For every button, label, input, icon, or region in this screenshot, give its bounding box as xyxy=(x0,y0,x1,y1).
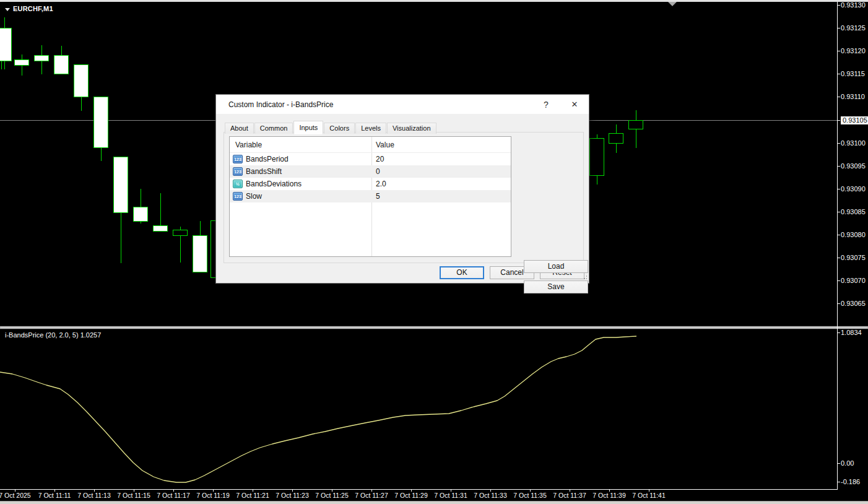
axis-tick xyxy=(838,28,840,28)
header-variable: Variable xyxy=(235,141,262,149)
axis-tick xyxy=(838,5,840,6)
ok-button[interactable]: OK xyxy=(440,266,484,279)
tab-levels[interactable]: Levels xyxy=(355,123,386,134)
candlestick xyxy=(15,60,29,66)
param-value[interactable]: 0 xyxy=(376,167,380,176)
param-value[interactable]: 20 xyxy=(376,155,384,163)
subwindow-separator[interactable] xyxy=(0,326,868,329)
candlestick xyxy=(134,207,148,222)
time-axis-label[interactable]: 7 Oct 11:33 xyxy=(474,492,507,499)
help-button[interactable]: ? xyxy=(538,98,554,111)
tab-visualization[interactable]: Visualization xyxy=(387,123,436,134)
table-header-row: Variable Value xyxy=(230,137,511,153)
time-axis-label[interactable]: 7 Oct 11:41 xyxy=(632,492,666,499)
dialog-title: Custom Indicator - i-BandsPrice xyxy=(228,100,333,109)
candlestick xyxy=(94,97,108,148)
axis-tick xyxy=(838,235,840,235)
time-axis-label[interactable]: 7 Oct 11:29 xyxy=(394,492,428,499)
indicator-axis-label: 0.00 xyxy=(841,459,854,467)
price-axis-label: 0.93080 xyxy=(841,231,866,239)
window-top-edge xyxy=(0,0,868,2)
candlestick xyxy=(35,56,49,61)
axis-tick xyxy=(838,463,840,464)
time-axis-label[interactable]: 7 Oct 11:13 xyxy=(77,492,111,499)
inputs-tab-page: Variable Value 123BandsPeriod20123BandsS… xyxy=(224,132,584,263)
tab-colors[interactable]: Colors xyxy=(324,123,355,134)
param-name: BandsPeriod xyxy=(246,155,289,163)
load-button[interactable]: Load xyxy=(524,260,588,273)
time-axis-label[interactable]: 7 Oct 11:37 xyxy=(553,492,586,499)
chart-shift-marker-icon[interactable] xyxy=(668,2,677,6)
param-value[interactable]: 2.0 xyxy=(376,180,386,188)
candlestick xyxy=(0,28,12,61)
candlestick xyxy=(114,157,128,213)
time-axis-label[interactable]: 7 Oct 2025 xyxy=(0,492,31,499)
int-type-icon: 123 xyxy=(233,192,243,201)
axis-tick xyxy=(838,120,840,121)
candlestick xyxy=(74,65,89,97)
time-axis-label[interactable]: 7 Oct 11:19 xyxy=(196,492,230,499)
param-row-bandsdeviations[interactable]: ½BandsDeviations2.0 xyxy=(230,178,511,190)
time-axis-label[interactable]: 7 Oct 11:39 xyxy=(592,492,626,499)
axis-tick xyxy=(838,258,840,258)
time-axis-label[interactable]: 7 Oct 11:21 xyxy=(236,492,269,499)
candlestick xyxy=(609,134,623,144)
indicator-axis-label: -0.186 xyxy=(841,478,860,486)
axis-tick xyxy=(838,51,840,51)
price-axis-label: 0.93085 xyxy=(841,208,866,216)
price-axis-label: 0.93075 xyxy=(841,254,866,262)
candlestick xyxy=(193,236,207,272)
indicator-axis-label: 1.0834 xyxy=(841,329,862,337)
tab-inputs[interactable]: Inputs xyxy=(293,121,323,134)
tab-about[interactable]: About xyxy=(225,123,254,134)
axis-tick xyxy=(838,482,840,482)
price-axis-label: 0.93120 xyxy=(841,47,866,55)
axis-tick xyxy=(838,74,840,74)
time-axis-label[interactable]: 7 Oct 11:25 xyxy=(315,492,349,499)
price-axis-label: 0.93100 xyxy=(841,139,866,147)
param-row-slow[interactable]: 123Slow5 xyxy=(230,190,511,202)
time-axis-label[interactable]: 7 Oct 11:15 xyxy=(117,492,150,499)
param-name: BandsShift xyxy=(246,167,282,176)
axis-tick xyxy=(838,97,840,97)
int-type-icon: 123 xyxy=(233,167,243,176)
price-axis-label: 0.93070 xyxy=(841,277,866,285)
parameters-table[interactable]: Variable Value 123BandsPeriod20123BandsS… xyxy=(229,136,511,257)
close-icon[interactable]: ✕ xyxy=(566,98,583,111)
candlestick xyxy=(54,56,69,74)
param-value[interactable]: 5 xyxy=(376,192,380,201)
price-axis-label: 0.93110 xyxy=(841,93,865,101)
dialog-tabstrip: AboutCommonInputsColorsLevelsVisualizati… xyxy=(225,121,437,134)
time-axis-label[interactable]: 7 Oct 11:27 xyxy=(355,492,388,499)
param-row-bandsshift[interactable]: 123BandsShift0 xyxy=(230,165,511,178)
candlestick xyxy=(629,121,643,129)
axis-tick xyxy=(838,189,840,189)
price-axis-label: 0.93115 xyxy=(841,70,865,78)
axis-tick xyxy=(838,166,840,167)
indicator-line xyxy=(0,336,636,482)
axis-tick xyxy=(838,303,840,304)
time-axis-label[interactable]: 7 Oct 11:31 xyxy=(434,492,467,499)
save-button[interactable]: Save xyxy=(524,280,588,293)
candlestick xyxy=(154,226,168,232)
dialog-titlebar[interactable]: Custom Indicator - i-BandsPrice ? ✕ xyxy=(216,95,589,114)
param-name: Slow xyxy=(246,192,262,201)
price-axis-label: 0.93090 xyxy=(841,185,866,193)
symbol-dropdown-icon[interactable] xyxy=(5,8,10,11)
param-row-bandsperiod[interactable]: 123BandsPeriod20 xyxy=(230,153,511,165)
time-axis-label[interactable]: 7 Oct 11:17 xyxy=(157,492,190,499)
price-axis-label: 0.93125 xyxy=(841,24,866,32)
double-type-icon: ½ xyxy=(233,180,243,188)
tab-common[interactable]: Common xyxy=(254,123,293,134)
time-axis-label[interactable]: 7 Oct 11:11 xyxy=(38,492,71,499)
indicator-value-label: i-BandsPrice (20, 2.0, 5) 1.0257 xyxy=(5,331,101,339)
window-bottom-edge xyxy=(0,501,868,504)
axis-tick xyxy=(838,143,840,144)
time-axis-label[interactable]: 7 Oct 11:35 xyxy=(513,492,547,499)
time-axis-label[interactable]: 7 Oct 11:23 xyxy=(276,492,309,499)
axis-tick xyxy=(838,332,840,333)
int-type-icon: 123 xyxy=(233,155,243,163)
axis-tick xyxy=(838,280,840,281)
candlestick xyxy=(173,230,188,236)
price-axis-label: 0.93065 xyxy=(841,300,866,308)
